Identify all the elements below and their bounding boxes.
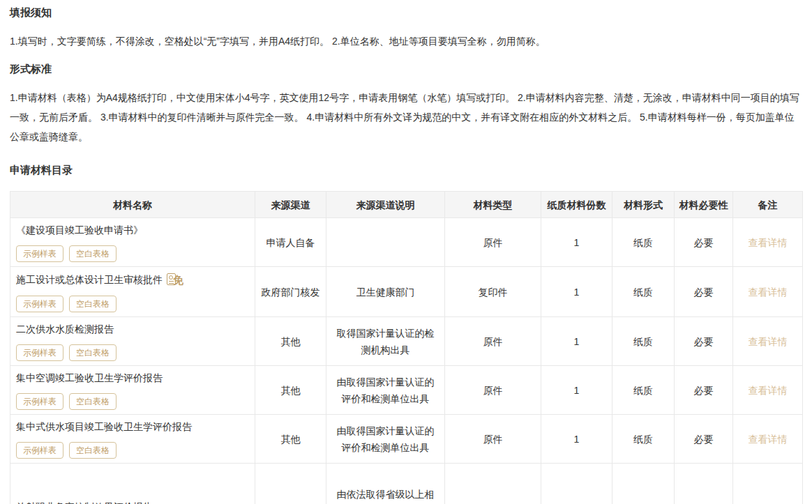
material-name: 施工设计或总体设计卫生审核批件: [16, 273, 163, 287]
view-detail-link[interactable]: 查看详情: [749, 287, 788, 298]
table-row: 集中式供水项目竣工验收卫生学评价报告 示例样表 空白表格 其他 由取得国家计量认…: [10, 415, 803, 464]
necessity-cell: 必要: [675, 218, 733, 267]
necessity-cell: 必要: [675, 317, 733, 366]
necessity-cell: 必要: [675, 464, 733, 504]
col-header-source-desc: 来源渠道说明: [326, 192, 445, 218]
necessity-cell: 必要: [675, 366, 733, 415]
type-cell: 原件: [445, 218, 541, 267]
sample-form-button[interactable]: 示例样表: [16, 245, 63, 262]
source-cell: 申请人自备: [255, 218, 326, 267]
source-cell: 其他: [255, 317, 326, 366]
materials-table: 材料名称 来源渠道 来源渠道说明 材料类型 纸质材料份数 材料形式 材料必要性 …: [10, 191, 803, 504]
source-desc-cell: 由取得国家计量认证的评价和检测单位出具: [326, 366, 445, 415]
source-desc-cell: 取得国家计量认证的检测机构出具: [326, 317, 445, 366]
remarks-cell: 查看详情: [733, 366, 803, 415]
col-header-source: 来源渠道: [255, 192, 326, 218]
col-header-material-name: 材料名称: [10, 192, 255, 218]
material-name: 二次供水水质检测报告: [16, 322, 114, 336]
source-desc-cell: 由取得国家计量认证的评价和检测单位出具: [326, 415, 445, 464]
format-standard-body: 1.申请材料（表格）为A4规格纸打印，中文使用宋体小4号字，英文使用12号字，申…: [10, 88, 802, 146]
material-name-cell: 集中空调竣工验收卫生学评价报告 示例样表 空白表格: [10, 366, 255, 415]
col-header-necessity: 材料必要性: [675, 192, 733, 218]
source-desc-cell: 卫生健康部门: [326, 267, 445, 317]
blank-form-button[interactable]: 空白表格: [69, 393, 116, 410]
remarks-cell: 查看详情: [733, 218, 803, 267]
copies-cell: 1: [541, 267, 612, 317]
copies-cell: 1: [541, 366, 612, 415]
view-detail-link[interactable]: 查看详情: [749, 385, 788, 396]
material-name-cell: 二次供水水质检测报告 示例样表 空白表格: [10, 317, 255, 366]
blank-form-button[interactable]: 空白表格: [69, 296, 116, 312]
material-name: 集中式供水项目竣工验收卫生学评价报告: [16, 420, 192, 434]
sample-form-button[interactable]: 示例样表: [16, 442, 63, 459]
table-header-row: 材料名称 来源渠道 来源渠道说明 材料类型 纸质材料份数 材料形式 材料必要性 …: [10, 192, 803, 218]
blank-form-button[interactable]: 空白表格: [69, 442, 116, 459]
remarks-cell: 查看详情: [733, 317, 803, 366]
sample-form-button[interactable]: 示例样表: [16, 393, 63, 410]
material-name: 集中空调竣工验收卫生学评价报告: [16, 371, 163, 385]
table-row: 施工设计或总体设计卫生审核批件 免 示例样表 空白表格 政府部门核发 卫生健康部…: [10, 267, 803, 317]
type-cell: 原件: [445, 415, 541, 464]
blank-form-button[interactable]: 空白表格: [69, 344, 116, 361]
table-row: 二次供水水质检测报告 示例样表 空白表格 其他 取得国家计量认证的检测机构出具 …: [10, 317, 803, 366]
col-header-remarks: 备注: [733, 192, 803, 218]
material-name-cell: 《建设项目竣工验收申请书》 示例样表 空白表格: [10, 218, 255, 267]
form-cell: 纸质: [612, 464, 675, 504]
form-cell: 纸质: [612, 366, 675, 415]
material-name-cell: 施工设计或总体设计卫生审核批件 免 示例样表 空白表格: [10, 267, 255, 317]
view-detail-link[interactable]: 查看详情: [749, 336, 788, 347]
source-desc-cell: 由依法取得省级以上相关行政部门资质认证的职业卫生技术服务机构出具: [326, 464, 445, 504]
col-header-form: 材料形式: [612, 192, 675, 218]
material-name-cell: 放射职业危害控制效果评价报告 示例样表 空白表格: [10, 464, 255, 504]
notice-body: 1.填写时，文字要简练，不得涂改，空格处以“无”字填写，并用A4纸打印。 2.单…: [10, 31, 802, 51]
remarks-cell: 查看详情: [733, 267, 803, 317]
necessity-cell: 必要: [675, 267, 733, 317]
form-cell: 纸质: [612, 317, 675, 366]
form-cell: 纸质: [612, 218, 675, 267]
page: 填报须知 1.填写时，文字要简练，不得涂改，空格处以“无”字填写，并用A4纸打印…: [0, 0, 812, 504]
copies-cell: 1: [541, 464, 612, 504]
type-cell: 复印件: [445, 267, 541, 317]
source-desc-cell: [326, 218, 445, 267]
material-name-cell: 集中式供水项目竣工验收卫生学评价报告 示例样表 空白表格: [10, 415, 255, 464]
format-standard-heading: 形式标准: [10, 62, 802, 76]
form-cell: 纸质: [612, 267, 675, 317]
copies-cell: 1: [541, 317, 612, 366]
type-cell: 原件: [445, 464, 541, 504]
remarks-cell: 查看详情: [733, 415, 803, 464]
notice-heading: 填报须知: [10, 6, 802, 20]
source-cell: 政府部门核发: [255, 267, 326, 317]
table-row: 集中空调竣工验收卫生学评价报告 示例样表 空白表格 其他 由取得国家计量认证的评…: [10, 366, 803, 415]
form-cell: 纸质: [612, 415, 675, 464]
copies-cell: 1: [541, 218, 612, 267]
material-name: 《建设项目竣工验收申请书》: [16, 223, 143, 237]
remarks-cell: 查看详情: [733, 464, 803, 504]
table-row: 放射职业危害控制效果评价报告 示例样表 空白表格 其他 由依法取得省级以上相关行…: [10, 464, 803, 504]
source-cell: 其他: [255, 464, 326, 504]
source-cell: 其他: [255, 415, 326, 464]
view-detail-link[interactable]: 查看详情: [749, 434, 788, 445]
col-header-type: 材料类型: [445, 192, 541, 218]
view-detail-link[interactable]: 查看详情: [749, 237, 788, 248]
exempt-card-icon: [167, 273, 176, 285]
material-name: 放射职业危害控制效果评价报告: [16, 500, 153, 504]
copies-cell: 1: [541, 415, 612, 464]
catalog-heading: 申请材料目录: [10, 163, 802, 177]
sample-form-button[interactable]: 示例样表: [16, 296, 63, 312]
blank-form-button[interactable]: 空白表格: [69, 245, 116, 262]
exempt-icon: 免: [167, 271, 183, 287]
type-cell: 原件: [445, 366, 541, 415]
col-header-copies: 纸质材料份数: [541, 192, 612, 218]
sample-form-button[interactable]: 示例样表: [16, 344, 63, 361]
table-row: 《建设项目竣工验收申请书》 示例样表 空白表格 申请人自备 原件 1 纸质 必要…: [10, 218, 803, 267]
necessity-cell: 必要: [675, 415, 733, 464]
type-cell: 原件: [445, 317, 541, 366]
source-cell: 其他: [255, 366, 326, 415]
